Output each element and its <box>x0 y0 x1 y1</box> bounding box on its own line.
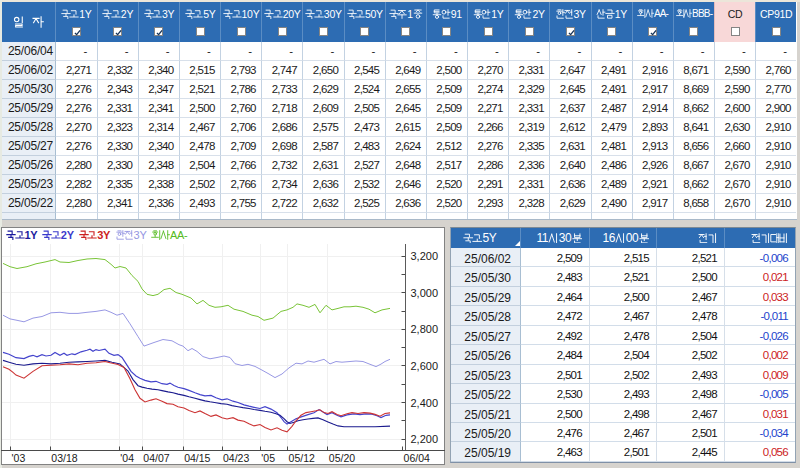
svg-text:2,800: 2,800 <box>410 323 438 335</box>
svg-text:'03: '03 <box>12 452 26 464</box>
svg-text:06/04: 06/04 <box>404 452 430 464</box>
svg-text:3,000: 3,000 <box>410 287 438 299</box>
svg-text:05/12: 05/12 <box>289 452 315 464</box>
svg-text:2,200: 2,200 <box>410 433 438 445</box>
svg-text:04/15: 04/15 <box>184 452 210 464</box>
svg-text:'05: '05 <box>261 452 275 464</box>
svg-text:'04: '04 <box>120 452 134 464</box>
svg-text:05/20: 05/20 <box>329 452 355 464</box>
svg-text:03/18: 03/18 <box>51 452 77 464</box>
svg-text:2,600: 2,600 <box>410 360 438 372</box>
svg-text:04/23: 04/23 <box>223 452 249 464</box>
svg-text:3,200: 3,200 <box>410 250 438 262</box>
svg-text:2,400: 2,400 <box>410 397 438 409</box>
svg-text:04/07: 04/07 <box>143 452 169 464</box>
